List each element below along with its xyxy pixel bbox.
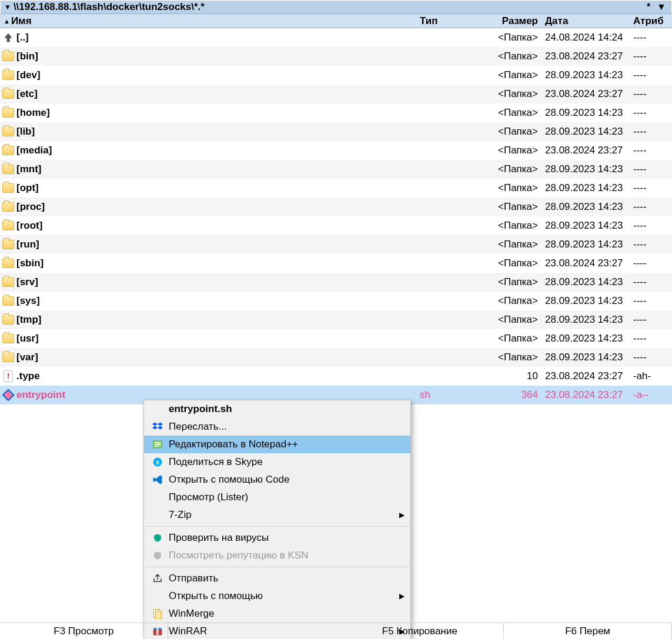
column-header-date[interactable]: Дата (541, 15, 630, 27)
file-row[interactable]: !.type1023.08.2024 23:27-ah- (0, 367, 672, 386)
folder-icon (2, 221, 14, 230)
sort-ascending-icon: ▲ (4, 18, 10, 25)
file-size: <Папка> (487, 352, 541, 363)
path-favorite-button[interactable]: * (642, 2, 655, 12)
file-attr: -ah- (630, 370, 672, 382)
file-row[interactable]: [usr]<Папка>28.09.2023 14:23---- (0, 329, 672, 348)
context-menu-item[interactable]: 7-Zip▶ (144, 506, 410, 524)
file-row[interactable]: [dev]<Папка>28.09.2023 14:23---- (0, 66, 672, 85)
f3-view-button[interactable]: F3 Просмотр (0, 623, 168, 639)
file-name: [mnt] (16, 163, 420, 175)
folder-icon (2, 89, 14, 99)
file-row[interactable]: [var]<Папка>28.09.2023 14:23---- (0, 348, 672, 367)
file-size: <Папка> (487, 32, 541, 44)
file-size: <Папка> (487, 182, 541, 194)
file-name: [root] (16, 220, 420, 232)
file-attr: ---- (630, 107, 672, 119)
context-menu-item[interactable]: Открыть с помощью▶ (144, 587, 410, 605)
file-row[interactable]: [lib]<Папка>28.09.2023 14:23---- (0, 122, 672, 141)
folder-icon (2, 183, 14, 193)
file-date: 23.08.2024 23:27 (541, 145, 630, 156)
folder-icon (2, 71, 14, 80)
context-menu-item[interactable]: Отправить (144, 570, 410, 587)
file-attr: ---- (630, 51, 672, 62)
file-date: 23.08.2024 23:27 (541, 389, 630, 401)
file-attr: ---- (630, 145, 672, 156)
file-row[interactable]: [run]<Папка>28.09.2023 14:23---- (0, 235, 672, 254)
path-history-button[interactable]: ▼ (655, 2, 668, 12)
file-name: [run] (16, 239, 420, 250)
file-row[interactable]: [media]<Папка>23.08.2024 23:27---- (0, 141, 672, 160)
function-key-bar: F3 Просмотр F5 Копирование F6 Перем (0, 623, 672, 639)
f5-copy-button[interactable]: F5 Копирование (336, 623, 504, 639)
file-row[interactable]: [sys]<Папка>28.09.2023 14:23---- (0, 292, 672, 310)
context-menu-item[interactable]: Просмотр (Lister) (144, 489, 410, 506)
file-date: 28.09.2023 14:23 (541, 276, 630, 288)
file-type: sh (420, 389, 487, 401)
file-name: [sys] (16, 295, 420, 307)
file-row[interactable]: [opt]<Папка>28.09.2023 14:23---- (0, 179, 672, 198)
file-row[interactable]: [bin]<Папка>23.08.2024 23:27---- (0, 47, 672, 66)
file-date: 28.09.2023 14:23 (541, 295, 630, 307)
context-menu-item[interactable]: SПоделиться в Skype (144, 453, 410, 471)
file-attr: ---- (630, 69, 672, 81)
file-date: 23.08.2024 23:27 (541, 88, 630, 100)
file-list: [..]<Папка>24.08.2024 14:24----[bin]<Пап… (0, 28, 672, 404)
file-date: 28.09.2023 14:23 (541, 182, 630, 194)
context-menu-separator (145, 567, 409, 567)
column-header-type[interactable]: Тип (420, 15, 487, 27)
column-header-size[interactable]: Размер (487, 15, 541, 27)
file-date: 28.09.2023 14:23 (541, 201, 630, 213)
file-size: <Папка> (487, 145, 541, 156)
context-menu-item[interactable]: Открыть с помощью Code (144, 471, 410, 489)
column-header-name[interactable]: ▲ Имя (0, 15, 420, 27)
folder-icon (2, 353, 14, 362)
f6-move-button[interactable]: F6 Перем (504, 623, 672, 639)
file-name: [srv] (16, 276, 420, 288)
file-name: [sbin] (16, 257, 420, 269)
context-menu-label: Посмотреть репутацию в KSN (165, 550, 395, 561)
context-menu-item: Посмотреть репутацию в KSN (144, 547, 410, 564)
context-menu-item[interactable]: Проверить на вирусы (144, 529, 410, 547)
context-menu-item[interactable]: WinMerge (144, 605, 410, 623)
file-date: 28.09.2023 14:23 (541, 107, 630, 119)
file-size: <Папка> (487, 220, 541, 232)
file-attr: ---- (630, 257, 672, 269)
file-name: [proc] (16, 201, 420, 213)
file-date: 28.09.2023 14:23 (541, 333, 630, 344)
file-name: [tmp] (16, 314, 420, 326)
file-row[interactable]: [srv]<Папка>28.09.2023 14:23---- (0, 273, 672, 292)
file-size: <Папка> (487, 51, 541, 62)
file-row[interactable]: [proc]<Папка>28.09.2023 14:23---- (0, 198, 672, 216)
path-text[interactable]: \\192.168.88.1\flash\docker\tun2socks\*.… (14, 1, 205, 13)
context-menu-item[interactable]: entrypoint.sh (144, 400, 410, 418)
path-dropdown-icon[interactable]: ▼ (4, 3, 11, 11)
context-menu-item[interactable]: Переслать... (144, 418, 410, 436)
context-menu-label: entrypoint.sh (165, 403, 395, 415)
file-name: [media] (16, 145, 420, 156)
file-row[interactable]: [home]<Папка>28.09.2023 14:23---- (0, 103, 672, 122)
file-row[interactable]: [root]<Папка>28.09.2023 14:23---- (0, 216, 672, 235)
file-size: <Папка> (487, 276, 541, 288)
folder-icon (2, 108, 14, 118)
file-row[interactable]: [..]<Папка>24.08.2024 14:24---- (0, 28, 672, 47)
file-size: <Папка> (487, 201, 541, 213)
file-name: [bin] (16, 51, 420, 62)
column-header-attr[interactable]: Атриб (630, 15, 672, 27)
file-row[interactable]: [tmp]<Папка>28.09.2023 14:23---- (0, 310, 672, 329)
file-attr: ---- (630, 126, 672, 138)
context-menu-item[interactable]: Редактировать в Notepad++ (144, 436, 410, 453)
file-row[interactable]: [etc]<Папка>23.08.2024 23:27---- (0, 85, 672, 103)
file-attr: -a-- (630, 389, 672, 401)
context-menu-separator (145, 526, 409, 527)
file-size: 364 (487, 389, 541, 401)
svg-rect-5 (155, 611, 162, 620)
context-menu-label: Проверить на вирусы (165, 532, 395, 544)
folder-icon (2, 127, 14, 136)
file-date: 28.09.2023 14:23 (541, 239, 630, 250)
file-size: <Папка> (487, 333, 541, 344)
file-row[interactable]: [sbin]<Папка>23.08.2024 23:27---- (0, 254, 672, 273)
file-date: 28.09.2023 14:23 (541, 126, 630, 138)
file-size: <Папка> (487, 69, 541, 81)
file-row[interactable]: [mnt]<Папка>28.09.2023 14:23---- (0, 160, 672, 179)
